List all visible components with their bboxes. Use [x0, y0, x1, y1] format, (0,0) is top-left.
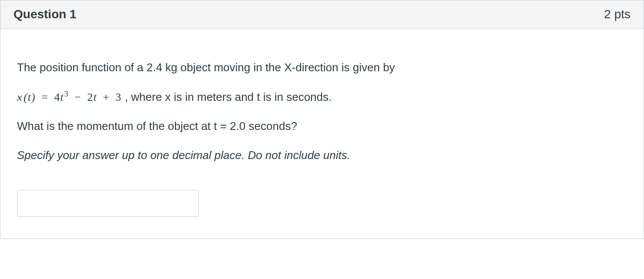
eq-term1-coef: 4: [54, 91, 60, 103]
question-intro-text: The position function of a 2.4 kg object…: [17, 59, 627, 76]
answer-input[interactable]: [17, 190, 199, 217]
eq-term1-var: t: [60, 91, 64, 103]
eq-term2-var: t: [93, 91, 97, 103]
question-prompt-text: What is the momentum of the object at t …: [17, 118, 627, 135]
equation-suffix-text: , where x is in meters and t is in secon…: [125, 90, 332, 103]
question-instruction-text: Specify your answer up to one decimal pl…: [17, 147, 627, 164]
question-points: 2 pts: [604, 7, 631, 21]
question-header: Question 1 2 pts: [0, 0, 644, 29]
question-body: The position function of a 2.4 kg object…: [0, 29, 644, 239]
eq-term1-exp: 3: [64, 90, 69, 98]
question-title: Question 1: [13, 7, 77, 21]
question-container: Question 1 2 pts The position function o…: [0, 0, 644, 239]
eq-term2-coef: 2: [87, 91, 93, 103]
eq-term3: 3: [115, 91, 121, 103]
eq-lhs-var: x: [17, 91, 23, 103]
eq-lhs-arg: t: [28, 91, 31, 103]
answer-input-wrapper: [17, 190, 627, 217]
equation-line: x (t) = 4t3 − 2t + 3 , where x is in met…: [17, 88, 627, 106]
equation-math: x (t) = 4t3 − 2t + 3: [17, 91, 125, 103]
